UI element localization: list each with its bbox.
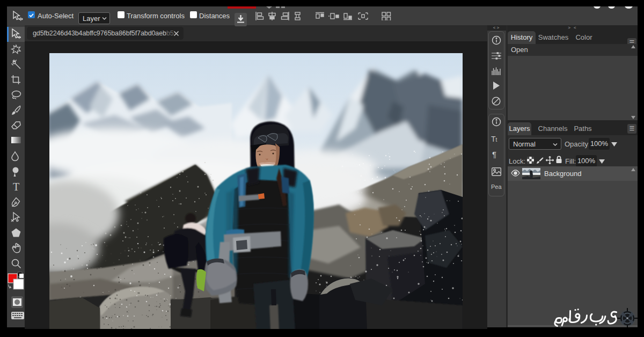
svg-text:T: T [13,181,19,192]
